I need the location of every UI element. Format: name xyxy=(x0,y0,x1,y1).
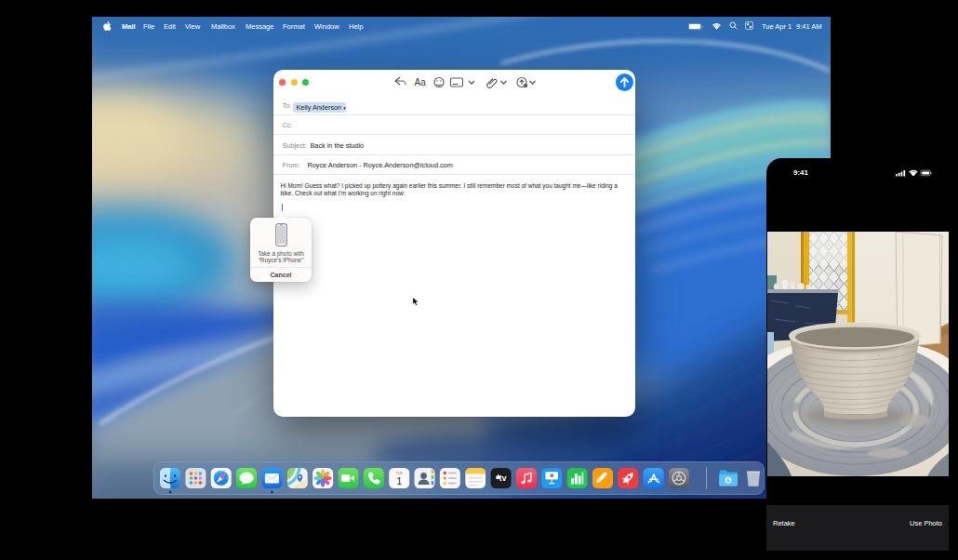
svg-text:tv: tv xyxy=(499,473,507,483)
svg-text:1: 1 xyxy=(396,474,402,486)
svg-text:Aa: Aa xyxy=(414,77,426,87)
